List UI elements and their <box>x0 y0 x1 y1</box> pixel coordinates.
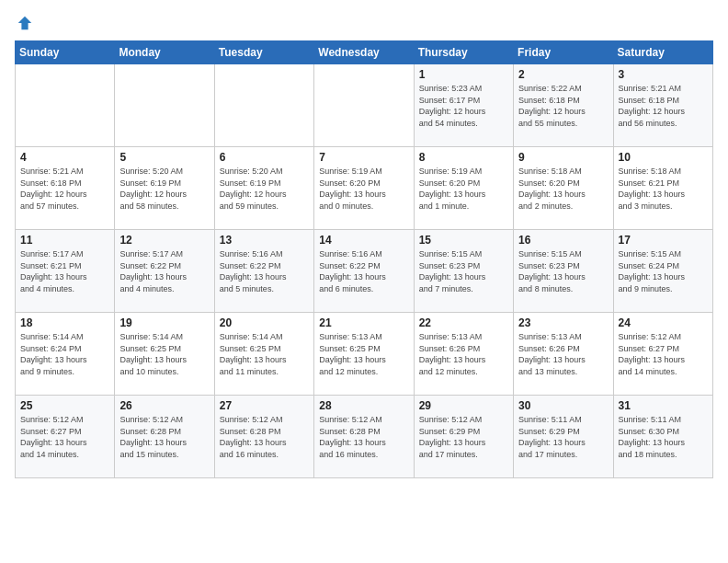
calendar-week-row: 18Sunrise: 5:14 AM Sunset: 6:24 PM Dayli… <box>16 313 713 396</box>
calendar-cell <box>314 64 414 147</box>
calendar-cell: 22Sunrise: 5:13 AM Sunset: 6:26 PM Dayli… <box>414 313 513 396</box>
calendar-body: 1Sunrise: 5:23 AM Sunset: 6:17 PM Daylig… <box>16 64 713 478</box>
day-number: 6 <box>220 151 309 164</box>
calendar-cell: 28Sunrise: 5:12 AM Sunset: 6:28 PM Dayli… <box>314 396 414 478</box>
day-content: Sunrise: 5:12 AM Sunset: 6:27 PM Dayligh… <box>619 331 708 377</box>
day-number: 27 <box>220 399 309 412</box>
day-content: Sunrise: 5:15 AM Sunset: 6:24 PM Dayligh… <box>619 248 708 294</box>
calendar-cell: 9Sunrise: 5:18 AM Sunset: 6:20 PM Daylig… <box>514 147 613 230</box>
calendar-cell: 30Sunrise: 5:11 AM Sunset: 6:29 PM Dayli… <box>514 396 613 478</box>
day-number: 25 <box>20 399 109 412</box>
calendar-cell: 10Sunrise: 5:18 AM Sunset: 6:21 PM Dayli… <box>613 147 712 230</box>
weekday-header: Monday <box>115 41 214 64</box>
calendar-cell: 1Sunrise: 5:23 AM Sunset: 6:17 PM Daylig… <box>414 64 513 147</box>
calendar-cell: 29Sunrise: 5:12 AM Sunset: 6:29 PM Dayli… <box>414 396 513 478</box>
day-number: 4 <box>20 151 109 164</box>
calendar-cell: 8Sunrise: 5:19 AM Sunset: 6:20 PM Daylig… <box>414 147 513 230</box>
day-content: Sunrise: 5:13 AM Sunset: 6:26 PM Dayligh… <box>419 331 508 377</box>
day-number: 20 <box>220 316 309 329</box>
day-content: Sunrise: 5:16 AM Sunset: 6:22 PM Dayligh… <box>319 248 408 294</box>
day-number: 16 <box>518 234 608 247</box>
weekday-header: Wednesday <box>314 41 414 64</box>
day-content: Sunrise: 5:14 AM Sunset: 6:25 PM Dayligh… <box>220 331 309 377</box>
day-content: Sunrise: 5:16 AM Sunset: 6:22 PM Dayligh… <box>220 248 309 294</box>
calendar-cell <box>214 64 313 147</box>
calendar-cell: 24Sunrise: 5:12 AM Sunset: 6:27 PM Dayli… <box>613 313 712 396</box>
day-content: Sunrise: 5:20 AM Sunset: 6:19 PM Dayligh… <box>119 166 209 212</box>
calendar-header: SundayMondayTuesdayWednesdayThursdayFrid… <box>16 41 713 64</box>
day-content: Sunrise: 5:15 AM Sunset: 6:23 PM Dayligh… <box>518 248 608 294</box>
day-number: 13 <box>220 234 309 247</box>
calendar-cell: 2Sunrise: 5:22 AM Sunset: 6:18 PM Daylig… <box>514 64 613 147</box>
calendar-week-row: 11Sunrise: 5:17 AM Sunset: 6:21 PM Dayli… <box>16 230 713 313</box>
day-number: 3 <box>619 68 708 81</box>
day-content: Sunrise: 5:19 AM Sunset: 6:20 PM Dayligh… <box>419 166 508 212</box>
day-content: Sunrise: 5:22 AM Sunset: 6:18 PM Dayligh… <box>518 83 608 129</box>
weekday-header: Sunday <box>16 41 115 64</box>
day-number: 2 <box>518 68 608 81</box>
day-number: 19 <box>119 316 209 329</box>
day-content: Sunrise: 5:20 AM Sunset: 6:19 PM Dayligh… <box>220 166 309 212</box>
day-content: Sunrise: 5:21 AM Sunset: 6:18 PM Dayligh… <box>619 83 708 129</box>
calendar-cell: 4Sunrise: 5:21 AM Sunset: 6:18 PM Daylig… <box>16 147 115 230</box>
calendar-table: SundayMondayTuesdayWednesdayThursdayFrid… <box>15 40 713 478</box>
day-number: 17 <box>619 234 708 247</box>
day-content: Sunrise: 5:14 AM Sunset: 6:25 PM Dayligh… <box>119 331 209 377</box>
day-content: Sunrise: 5:14 AM Sunset: 6:24 PM Dayligh… <box>20 331 109 377</box>
day-number: 11 <box>20 234 109 247</box>
day-content: Sunrise: 5:12 AM Sunset: 6:29 PM Dayligh… <box>419 414 508 460</box>
day-number: 26 <box>119 399 209 412</box>
day-content: Sunrise: 5:11 AM Sunset: 6:30 PM Dayligh… <box>619 414 708 460</box>
calendar-cell: 6Sunrise: 5:20 AM Sunset: 6:19 PM Daylig… <box>214 147 313 230</box>
day-number: 31 <box>619 399 708 412</box>
calendar-cell: 27Sunrise: 5:12 AM Sunset: 6:28 PM Dayli… <box>214 396 313 478</box>
calendar-cell: 26Sunrise: 5:12 AM Sunset: 6:28 PM Dayli… <box>115 396 214 478</box>
day-content: Sunrise: 5:17 AM Sunset: 6:21 PM Dayligh… <box>20 248 109 294</box>
day-content: Sunrise: 5:18 AM Sunset: 6:20 PM Dayligh… <box>518 166 608 212</box>
calendar-cell: 23Sunrise: 5:13 AM Sunset: 6:26 PM Dayli… <box>514 313 613 396</box>
calendar-cell <box>16 64 115 147</box>
calendar-week-row: 4Sunrise: 5:21 AM Sunset: 6:18 PM Daylig… <box>16 147 713 230</box>
weekday-header: Saturday <box>613 41 712 64</box>
day-number: 14 <box>319 234 408 247</box>
day-content: Sunrise: 5:12 AM Sunset: 6:28 PM Dayligh… <box>319 414 408 460</box>
day-number: 28 <box>319 399 408 412</box>
day-content: Sunrise: 5:19 AM Sunset: 6:20 PM Dayligh… <box>319 166 408 212</box>
day-number: 15 <box>419 234 508 247</box>
day-content: Sunrise: 5:13 AM Sunset: 6:25 PM Dayligh… <box>319 331 408 377</box>
day-content: Sunrise: 5:17 AM Sunset: 6:22 PM Dayligh… <box>119 248 209 294</box>
day-number: 23 <box>518 316 608 329</box>
calendar-week-row: 25Sunrise: 5:12 AM Sunset: 6:27 PM Dayli… <box>16 396 713 478</box>
day-content: Sunrise: 5:13 AM Sunset: 6:26 PM Dayligh… <box>518 331 608 377</box>
svg-marker-0 <box>18 17 31 29</box>
day-number: 22 <box>419 316 508 329</box>
day-number: 29 <box>419 399 508 412</box>
day-content: Sunrise: 5:12 AM Sunset: 6:28 PM Dayligh… <box>119 414 209 460</box>
day-number: 12 <box>119 234 209 247</box>
day-content: Sunrise: 5:18 AM Sunset: 6:21 PM Dayligh… <box>619 166 708 212</box>
calendar-cell: 13Sunrise: 5:16 AM Sunset: 6:22 PM Dayli… <box>214 230 313 313</box>
calendar-cell: 15Sunrise: 5:15 AM Sunset: 6:23 PM Dayli… <box>414 230 513 313</box>
day-number: 7 <box>319 151 408 164</box>
calendar-cell: 5Sunrise: 5:20 AM Sunset: 6:19 PM Daylig… <box>115 147 214 230</box>
day-number: 30 <box>518 399 608 412</box>
day-content: Sunrise: 5:11 AM Sunset: 6:29 PM Dayligh… <box>518 414 608 460</box>
weekday-header: Thursday <box>414 41 513 64</box>
calendar-cell: 21Sunrise: 5:13 AM Sunset: 6:25 PM Dayli… <box>314 313 414 396</box>
day-number: 8 <box>419 151 508 164</box>
calendar-cell: 20Sunrise: 5:14 AM Sunset: 6:25 PM Dayli… <box>214 313 313 396</box>
logo-icon <box>17 15 33 31</box>
day-number: 24 <box>619 316 708 329</box>
day-number: 9 <box>518 151 608 164</box>
calendar-cell: 12Sunrise: 5:17 AM Sunset: 6:22 PM Dayli… <box>115 230 214 313</box>
calendar-cell: 19Sunrise: 5:14 AM Sunset: 6:25 PM Dayli… <box>115 313 214 396</box>
calendar-cell: 11Sunrise: 5:17 AM Sunset: 6:21 PM Dayli… <box>16 230 115 313</box>
calendar-cell: 3Sunrise: 5:21 AM Sunset: 6:18 PM Daylig… <box>613 64 712 147</box>
weekday-header: Friday <box>514 41 613 64</box>
day-number: 5 <box>119 151 209 164</box>
day-content: Sunrise: 5:23 AM Sunset: 6:17 PM Dayligh… <box>419 83 508 129</box>
day-number: 18 <box>20 316 109 329</box>
day-content: Sunrise: 5:12 AM Sunset: 6:28 PM Dayligh… <box>220 414 309 460</box>
calendar-cell: 31Sunrise: 5:11 AM Sunset: 6:30 PM Dayli… <box>613 396 712 478</box>
day-number: 1 <box>419 68 508 81</box>
